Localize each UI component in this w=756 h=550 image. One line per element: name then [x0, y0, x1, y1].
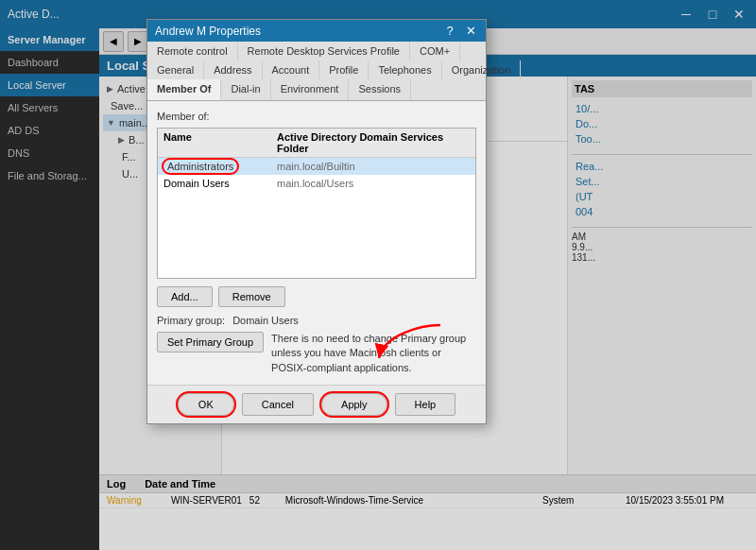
dialog-overlay: Andrew M Properties ? ✕ Remote control R…	[0, 0, 756, 550]
member-list-container[interactable]: Name Active Directory Domain Services Fo…	[157, 128, 476, 279]
dialog-body: Member of: Name Active Directory Domain …	[147, 101, 486, 385]
tab-rdp[interactable]: Remote Desktop Services Profile	[238, 42, 410, 60]
help-button[interactable]: Help	[395, 393, 456, 416]
col-folder: Active Directory Domain Services Folder	[277, 131, 470, 154]
dialog-titlebar: Andrew M Properties ? ✕	[147, 20, 486, 42]
member-name-admin: Administrators	[163, 161, 277, 172]
tab-member-of[interactable]: Member Of	[147, 79, 221, 100]
dialog-title: Andrew M Properties	[155, 25, 442, 38]
tab-profile[interactable]: Profile	[319, 60, 369, 79]
admin-highlight: Administrators	[163, 160, 237, 173]
tab-com[interactable]: COM+	[410, 42, 460, 60]
tab-row-1: Remote control Remote Desktop Services P…	[147, 42, 486, 60]
tab-sessions[interactable]: Sessions	[349, 79, 411, 100]
tab-organization[interactable]: Organization	[442, 60, 521, 79]
pg-info-row: Set Primary Group There is no need to ch…	[157, 332, 476, 375]
properties-dialog: Andrew M Properties ? ✕ Remote control R…	[146, 19, 487, 424]
primary-group-label: Primary group:	[157, 315, 225, 326]
tab-bar: Remote control Remote Desktop Services P…	[147, 42, 486, 101]
tab-environment[interactable]: Environment	[271, 79, 350, 100]
cancel-button[interactable]: Cancel	[242, 393, 314, 416]
ok-button[interactable]: OK	[178, 393, 234, 416]
member-folder-domain: main.local/Users	[277, 178, 470, 189]
member-name-domain: Domain Users	[163, 178, 277, 189]
remove-button[interactable]: Remove	[218, 286, 285, 307]
primary-group-row: Primary group: Domain Users	[157, 315, 476, 326]
member-row-domain[interactable]: Domain Users main.local/Users	[158, 175, 475, 192]
dialog-footer: OK Cancel Apply Help	[147, 385, 486, 423]
dialog-help-btn[interactable]: ?	[442, 24, 457, 38]
tab-general[interactable]: General	[147, 60, 204, 79]
member-row-admin[interactable]: Administrators main.local/Builtin	[158, 158, 475, 175]
dialog-close-btn[interactable]: ✕	[463, 24, 478, 38]
dialog-title-btns: ? ✕	[442, 24, 478, 38]
tab-row-2: General Address Account Profile Telephon…	[147, 60, 486, 79]
tab-row-3: Member Of Dial-in Environment Sessions	[147, 79, 486, 100]
apply-button[interactable]: Apply	[321, 393, 387, 416]
add-button[interactable]: Add...	[157, 286, 213, 307]
primary-group-value: Domain Users	[232, 315, 299, 326]
set-primary-group-button[interactable]: Set Primary Group	[157, 332, 264, 352]
member-of-label: Member of:	[157, 111, 476, 122]
member-list-header: Name Active Directory Domain Services Fo…	[158, 129, 475, 158]
tab-account[interactable]: Account	[263, 60, 320, 79]
col-name: Name	[163, 131, 277, 154]
tab-telephones[interactable]: Telephones	[369, 60, 441, 79]
primary-group-section: Primary group: Domain Users Set Primary …	[157, 315, 476, 375]
tab-address[interactable]: Address	[204, 60, 262, 79]
tab-remote-control[interactable]: Remote control	[147, 42, 238, 60]
member-folder-admin: main.local/Builtin	[277, 161, 470, 172]
tab-dial-in[interactable]: Dial-in	[221, 79, 270, 100]
add-remove-buttons: Add... Remove	[157, 286, 476, 307]
pg-info-text: There is no need to change Primary group…	[271, 332, 476, 375]
